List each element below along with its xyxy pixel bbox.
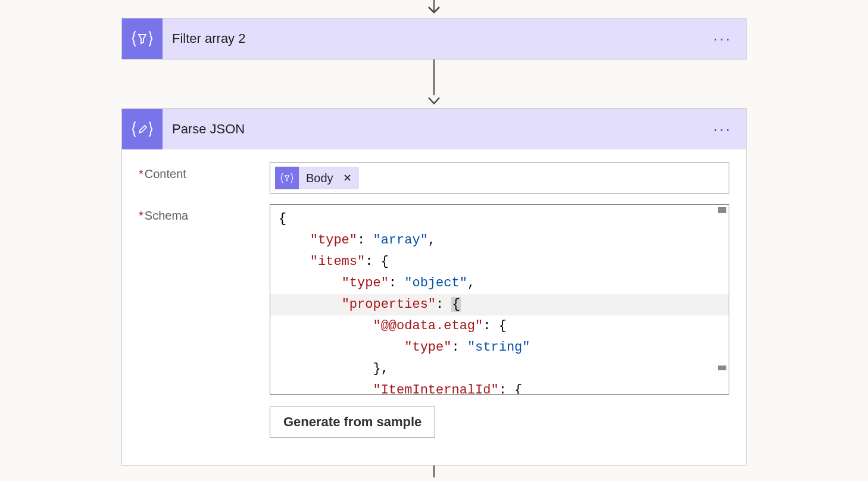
code-line: }, — [279, 358, 720, 380]
action-body: *Content Body — [122, 149, 746, 465]
field-row-content: *Content Body — [139, 163, 729, 193]
flow-connector-out — [121, 466, 747, 477]
code-line: "properties": { — [270, 294, 729, 316]
action-header-parse-json[interactable]: Parse JSON ··· — [122, 109, 746, 149]
field-row-schema: *Schema { "type": "array", "items": { "t… — [139, 204, 729, 438]
code-line: "items": { — [279, 251, 720, 273]
code-line: "@@odata.etag": { — [279, 316, 720, 337]
action-title: Parse JSON — [163, 121, 699, 137]
code-line: "type": "array", — [279, 230, 720, 251]
field-label-schema: *Schema — [139, 204, 270, 223]
action-card-filter-array-2: Filter array 2 ··· — [121, 18, 747, 60]
action-card-parse-json: Parse JSON ··· *Content — [121, 108, 747, 466]
code-line: "type": "string" — [279, 337, 720, 358]
content-input[interactable]: Body ✕ — [270, 163, 729, 193]
action-header-filter-array-2[interactable]: Filter array 2 ··· — [122, 18, 746, 59]
action-title: Filter array 2 — [163, 31, 699, 46]
token-remove-button[interactable]: ✕ — [341, 171, 359, 185]
code-line: "ItemInternalId": { — [279, 380, 720, 395]
edit-braces-icon — [122, 109, 163, 149]
generate-from-sample-button[interactable]: Generate from sample — [270, 407, 435, 438]
token-label: Body — [299, 171, 341, 185]
flow-connector — [121, 60, 747, 108]
schema-editor[interactable]: { "type": "array", "items": { "type": "o… — [270, 204, 729, 395]
filter-braces-icon — [122, 18, 163, 59]
scrollbar-thumb[interactable] — [718, 207, 726, 213]
field-label-content: *Content — [139, 163, 270, 181]
action-menu-button[interactable]: ··· — [699, 120, 746, 139]
flow-arrow-incoming — [121, 0, 747, 18]
code-line: "type": "object", — [279, 273, 720, 294]
action-menu-button[interactable]: ··· — [699, 30, 746, 48]
scrollbar-thumb[interactable] — [718, 366, 726, 370]
dynamic-content-token-body[interactable]: Body ✕ — [275, 167, 359, 189]
code-line: { — [279, 208, 720, 230]
filter-braces-icon — [275, 167, 299, 189]
